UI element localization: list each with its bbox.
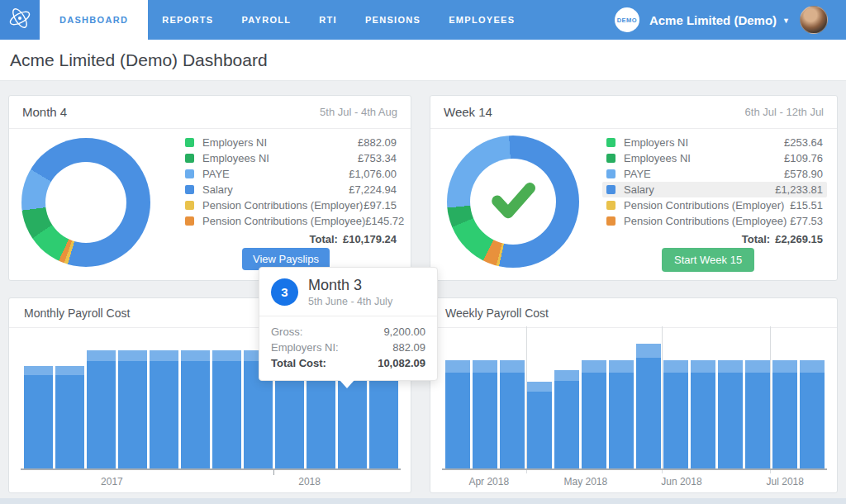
bar[interactable] [445, 360, 470, 468]
card-title: Weekly Payroll Cost [445, 307, 549, 320]
gridline [770, 326, 771, 473]
bar-segment-employers-ni [800, 360, 825, 373]
legend-value: £882.09 [358, 136, 397, 149]
card-date-range: 6th Jul - 12th Jul [745, 106, 824, 118]
bar-segment-gross [663, 373, 688, 468]
bar[interactable] [87, 350, 116, 468]
legend-label: Salary [624, 183, 775, 196]
tooltip-period-badge: 3 [271, 278, 298, 306]
bar[interactable] [800, 360, 825, 468]
month-legend: Employers NI£882.09Employees NI£753.34PA… [181, 135, 401, 245]
start-week-button[interactable]: Start Week 15 [662, 248, 754, 272]
nav-tab-dashboard[interactable]: DASHBOARD [40, 0, 148, 40]
month-donut-chart[interactable] [21, 138, 150, 267]
legend-label: Salary [202, 183, 349, 196]
bar[interactable] [55, 366, 84, 468]
legend-color-swatch [606, 216, 615, 226]
bar-tooltip: 3 Month 3 5th June - 4th July Gross:9,20… [259, 267, 438, 381]
nav-tab-pensions[interactable]: PENSIONS [351, 0, 435, 40]
nav-tab-payroll[interactable]: PAYROLL [227, 0, 305, 40]
axis-tick-label: 2017 [101, 476, 123, 487]
legend-row[interactable]: Pension Contributions (Employee)£145.72 [181, 213, 401, 229]
top-navigation: DASHBOARDREPORTSPAYROLLRTIPENSIONSEMPLOY… [0, 0, 846, 40]
legend-color-swatch [185, 185, 194, 194]
bar[interactable] [527, 382, 552, 468]
bar[interactable] [181, 350, 210, 468]
card-header: Month 4 5th Jul - 4th Aug [9, 96, 411, 129]
legend-value: £145.72 [365, 215, 404, 227]
bar[interactable] [636, 344, 661, 468]
legend-label: Pension Contributions (Employee) [624, 215, 790, 227]
atom-icon [6, 4, 34, 36]
bar[interactable] [150, 350, 178, 468]
legend-value: £253.64 [784, 136, 823, 149]
bar[interactable] [772, 360, 797, 468]
bar[interactable] [745, 360, 770, 468]
bar[interactable] [24, 366, 53, 468]
legend-label: Employers NI [202, 136, 358, 149]
year-tick [273, 469, 274, 475]
week-donut-chart[interactable] [447, 136, 579, 268]
month-summary-card: Month 4 5th Jul - 4th Aug Employers NI£8… [8, 95, 411, 281]
bar[interactable] [609, 360, 634, 468]
card-title: Week 14 [444, 105, 492, 119]
bar-segment-employers-ni [636, 344, 661, 358]
bar[interactable] [212, 350, 241, 468]
card-title: Monthly Payroll Cost [24, 307, 130, 320]
legend-color-swatch [185, 138, 194, 147]
bar[interactable] [554, 370, 579, 468]
nav-tab-rti[interactable]: RTI [305, 0, 351, 40]
legend-color-swatch [606, 138, 615, 147]
legend-row[interactable]: Employers NI£253.64 [602, 135, 827, 150]
legend-row[interactable]: PAYE£578.90 [602, 166, 827, 182]
company-selector[interactable]: Acme Limited (Demo) ▼ [649, 13, 790, 27]
card-header: Weekly Payroll Cost [430, 298, 837, 328]
tooltip-subtitle: 5th June - 4th July [308, 296, 392, 307]
legend-row[interactable]: Salary£1,233.81 [602, 182, 827, 197]
legend-value: £7,224.94 [349, 183, 397, 196]
legend-color-swatch [606, 154, 615, 163]
bar-segment-gross [745, 373, 770, 468]
bar[interactable] [500, 360, 525, 468]
bar-segment-employers-ni [500, 360, 525, 373]
legend-row[interactable]: Pension Contributions (Employer)£15.51 [602, 197, 827, 213]
nav-tab-reports[interactable]: REPORTS [148, 0, 227, 40]
bar-segment-gross [473, 373, 497, 468]
legend-color-swatch [185, 154, 194, 163]
legend-row[interactable]: Employers NI£882.09 [181, 135, 401, 150]
app-logo[interactable] [0, 0, 40, 40]
bar[interactable] [691, 360, 715, 468]
user-avatar[interactable] [800, 6, 828, 34]
legend-row[interactable]: Pension Contributions (Employee)£77.53 [602, 213, 827, 229]
legend-row[interactable]: Employees NI£753.34 [181, 150, 401, 166]
legend-color-swatch [185, 169, 194, 178]
axis-tick-label: May 2018 [563, 476, 607, 487]
legend-color-swatch [606, 169, 615, 178]
tooltip-body: Gross:9,200.00Employers NI:882.09Total C… [259, 316, 437, 380]
legend-label: Pension Contributions (Employer) [202, 199, 364, 212]
legend-row[interactable]: PAYE£1,076.00 [181, 166, 401, 182]
bar[interactable] [118, 350, 147, 468]
bar-segment-employers-ni [582, 360, 606, 373]
bar[interactable] [718, 360, 743, 468]
bar-segment-employers-ni [212, 350, 241, 361]
legend-row[interactable]: Employees NI£109.76 [602, 150, 827, 166]
bar[interactable] [473, 360, 497, 468]
donut-hole [45, 162, 126, 243]
bar-segment-employers-ni [24, 366, 53, 375]
title-band: Acme Limited (Demo) Dashboard [0, 40, 846, 81]
bar[interactable] [663, 360, 688, 468]
nav-right: DEMO Acme Limited (Demo) ▼ [615, 0, 846, 40]
legend-color-swatch [606, 201, 615, 210]
bar-segment-employers-ni [150, 350, 178, 361]
bar-segment-gross [55, 375, 84, 468]
legend-row[interactable]: Pension Contributions (Employer)£97.15 [181, 197, 401, 213]
legend-value: £77.53 [790, 215, 823, 227]
legend-row[interactable]: Salary£7,224.94 [181, 182, 401, 197]
bar-segment-gross [636, 358, 661, 468]
legend-value: £1,233.81 [775, 183, 823, 196]
nav-tab-employees[interactable]: EMPLOYEES [435, 0, 529, 40]
bar[interactable] [582, 360, 606, 468]
bar-segment-gross [718, 373, 743, 468]
week-legend: Employers NI£253.64Employees NI£109.76PA… [602, 135, 827, 245]
